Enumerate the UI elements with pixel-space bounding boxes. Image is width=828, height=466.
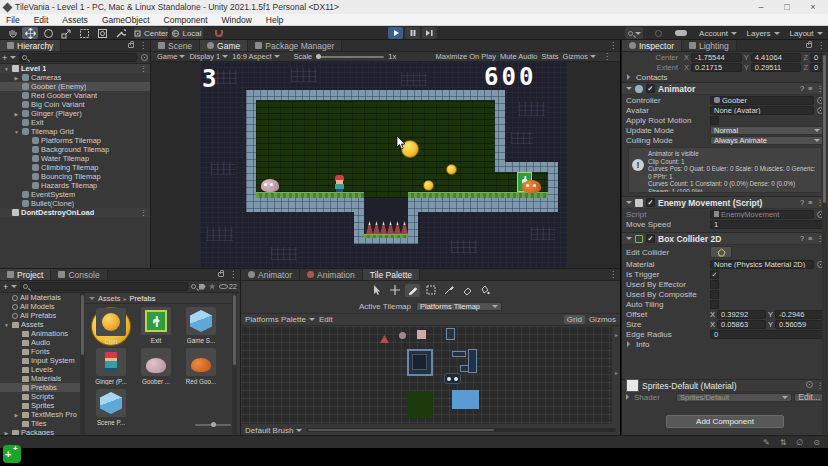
- project-tree-item[interactable]: Materials: [0, 374, 80, 383]
- scale-tool-button[interactable]: [58, 27, 74, 39]
- asset-item[interactable]: Coin: [91, 307, 131, 346]
- display-dropdown[interactable]: Display 1: [189, 52, 228, 61]
- cloud-icon[interactable]: [672, 27, 690, 39]
- lock-icon[interactable]: [128, 43, 134, 48]
- platform-block-tile[interactable]: [407, 349, 433, 376]
- edit-collider-button[interactable]: [710, 246, 732, 258]
- preset-icon[interactable]: ≡: [808, 198, 812, 207]
- menu-item[interactable]: Help: [266, 15, 283, 25]
- rotate-tool-button[interactable]: [40, 27, 56, 39]
- maximize-button[interactable]: □: [776, 2, 798, 12]
- door-tile[interactable]: [446, 328, 455, 340]
- component-enabled-checkbox[interactable]: ✓: [646, 234, 655, 243]
- offset-y-field[interactable]: -0.2946: [775, 310, 824, 319]
- platform-piece-tile[interactable]: [452, 351, 466, 357]
- scale-slider-knob[interactable]: [316, 54, 321, 59]
- collab-status-icon[interactable]: [651, 27, 665, 39]
- menu-item[interactable]: Assets: [62, 15, 88, 25]
- project-tree-item[interactable]: All Materials: [0, 293, 80, 302]
- scroll-arrow-icon[interactable]: ▸: [615, 369, 618, 376]
- size-x-field[interactable]: 0.05863: [717, 320, 766, 329]
- horizontal-scrollbar[interactable]: [306, 428, 616, 432]
- tab-package-manager[interactable]: Package Manager: [248, 40, 342, 51]
- hierarchy-item[interactable]: Climbing Tilemap: [0, 163, 150, 172]
- notifications-muted-icon[interactable]: ∅: [796, 438, 803, 447]
- culling-mode-dropdown[interactable]: Always Animate: [710, 136, 824, 145]
- tab-lighting[interactable]: Lighting: [682, 40, 737, 51]
- create-dropdown-icon[interactable]: [10, 56, 16, 62]
- eraser-tool-button[interactable]: [459, 284, 474, 297]
- tab-game[interactable]: Game: [200, 40, 248, 51]
- auto-generate-lighting-icon[interactable]: ✎: [763, 438, 770, 447]
- create-asset-button[interactable]: +: [3, 282, 8, 292]
- project-tree-item[interactable]: Sprites: [0, 401, 80, 410]
- create-dropdown-icon[interactable]: [11, 285, 17, 291]
- expander-icon[interactable]: ▼: [3, 66, 10, 72]
- spike-tile[interactable]: [380, 333, 389, 343]
- hierarchy-item[interactable]: ▶ Cameras: [0, 73, 150, 82]
- material-section-header[interactable]: Sprites-Default (Material) ⋮: [622, 379, 828, 392]
- update-mode-dropdown[interactable]: Normal: [710, 126, 824, 135]
- enemy-movement-component-header[interactable]: ✓ Enemy Movement (Script) ?≡⋮: [622, 196, 828, 209]
- project-tree-item[interactable]: ▼ Assets: [0, 320, 80, 329]
- project-tree-item[interactable]: All Prefabs: [0, 311, 80, 320]
- scene-options-icon[interactable]: ⋮: [140, 65, 150, 73]
- lock-icon[interactable]: [218, 272, 224, 277]
- picker-tool-button[interactable]: [441, 284, 456, 297]
- tab-tile-palette[interactable]: Tile Palette: [363, 269, 420, 280]
- expander-icon[interactable]: ▼: [3, 322, 10, 328]
- project-tree-item[interactable]: Scripts: [0, 392, 80, 401]
- panel-menu-icon[interactable]: ⋮: [606, 41, 620, 50]
- menu-item[interactable]: Window: [222, 15, 252, 25]
- project-search-input[interactable]: [20, 282, 187, 291]
- grid-snap-icon[interactable]: [212, 27, 226, 39]
- toolbar-menu-icon[interactable]: ⋮: [600, 52, 614, 61]
- move-tool-button[interactable]: [387, 284, 402, 297]
- component-enabled-checkbox[interactable]: ✓: [646, 198, 655, 207]
- pivot-toggle-button[interactable]: Center: [134, 27, 168, 39]
- activity-ok-icon[interactable]: ⊙: [813, 438, 820, 447]
- add-component-button[interactable]: Add Component: [666, 415, 784, 428]
- tab-console[interactable]: Console: [51, 269, 107, 280]
- breadcrumb-current[interactable]: Prefabs: [130, 294, 156, 303]
- hierarchy-item[interactable]: Bouncing Tilemap: [0, 172, 150, 181]
- panel-menu-icon[interactable]: ⋮: [814, 41, 828, 50]
- panel-menu-icon[interactable]: ⋮: [226, 270, 240, 279]
- water-tile[interactable]: [452, 390, 479, 409]
- expander-icon[interactable]: ▼: [13, 129, 20, 135]
- grid-scrollbar[interactable]: [232, 293, 237, 435]
- checkbox[interactable]: [710, 290, 719, 299]
- checkbox[interactable]: ✓: [710, 270, 719, 279]
- project-tree-item[interactable]: Input System: [0, 356, 80, 365]
- move-tool-button[interactable]: [22, 27, 38, 39]
- platform-piece-tile[interactable]: [468, 349, 477, 373]
- game-view-dropdown[interactable]: Game: [157, 52, 185, 61]
- project-tree-item[interactable]: Prefabs: [0, 383, 80, 392]
- paint-brush-tool-button[interactable]: [405, 284, 420, 297]
- inspector-scrollbar[interactable]: [822, 53, 827, 434]
- hierarchy-item[interactable]: Water Tilemap: [0, 154, 150, 163]
- expander-icon[interactable]: ▶: [13, 111, 20, 117]
- asset-item[interactable]: Exit: [136, 307, 176, 344]
- menu-item[interactable]: File: [6, 15, 20, 25]
- layers-dropdown[interactable]: Layers: [743, 27, 783, 39]
- game-viewport[interactable]: 3 600: [151, 62, 620, 268]
- tab-animator[interactable]: Animator: [241, 269, 300, 280]
- menu-item[interactable]: GameObject: [102, 15, 150, 25]
- create-object-button[interactable]: +: [2, 53, 7, 63]
- mute-audio-button[interactable]: Mute Audio: [500, 52, 538, 61]
- shader-edit-button[interactable]: Edit...: [794, 393, 824, 402]
- project-tree-item[interactable]: Levels: [0, 365, 80, 374]
- scene-visibility-icon[interactable]: [141, 54, 148, 61]
- move-speed-field[interactable]: 1: [710, 220, 824, 229]
- edge-radius-field[interactable]: 0: [710, 330, 824, 339]
- cache-server-icon[interactable]: ⇅: [780, 438, 787, 447]
- palette-edit-button[interactable]: Edit: [319, 315, 333, 324]
- material-settings-icon[interactable]: [806, 381, 813, 388]
- aspect-dropdown[interactable]: 16:9 Aspect: [232, 52, 279, 61]
- search-by-label-icon[interactable]: [199, 284, 206, 290]
- breadcrumb-root[interactable]: Assets: [98, 294, 121, 303]
- platform-piece-tile[interactable]: [460, 365, 469, 372]
- favorites-icon[interactable]: [209, 283, 216, 290]
- hierarchy-item[interactable]: Bullet(Clone): [0, 199, 150, 208]
